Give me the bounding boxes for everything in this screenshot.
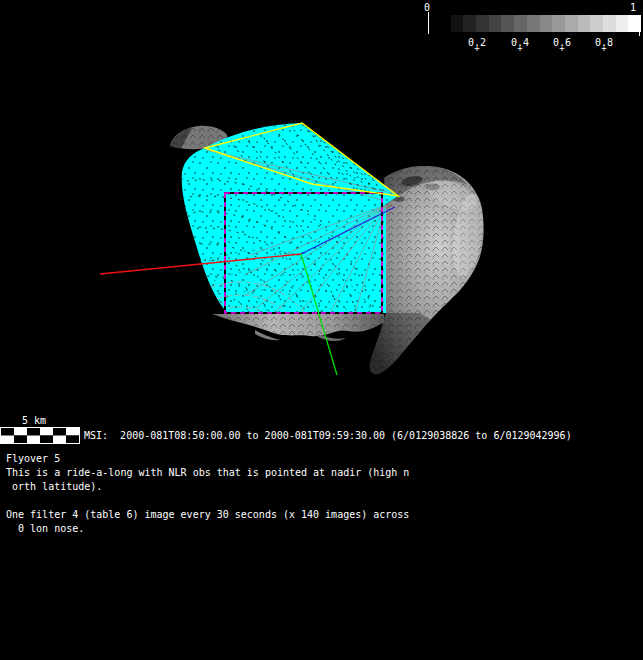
colorbar-step: [628, 15, 641, 32]
scalebar-checker-cell: [53, 428, 66, 436]
application-window: 0 1 0.2 0.4 0.6 0.8 + + + + 5 km MSI: 20…: [0, 0, 643, 660]
colorbar-step: [552, 15, 565, 32]
colorbar-step: [463, 15, 476, 32]
scalebar-checker-cell: [40, 436, 53, 444]
colorbar-step: [438, 15, 451, 32]
scalebar-label: 5 km: [0, 414, 68, 427]
scalebar-checker-cell: [66, 436, 79, 444]
colorbar-step: [489, 15, 502, 32]
colorbar-step: [616, 15, 629, 32]
scalebar-checker-cell: [1, 428, 14, 436]
colorbar-tick-mark: +: [515, 42, 525, 55]
colorbar-step: [476, 15, 489, 32]
colorbar-step: [603, 15, 616, 32]
msi-time-range-caption: MSI: 2000-081T08:50:00.00 to 2000-081T09…: [84, 429, 572, 442]
scalebar-checker: [1, 428, 79, 443]
scalebar-checker-cell: [14, 428, 27, 436]
colorbar-zero-tick: [428, 12, 429, 34]
asteroid-bottom-surface: [212, 314, 384, 341]
colorbar-step: [590, 15, 603, 32]
scalebar-checker-cell: [27, 436, 40, 444]
scalebar-checker-cell: [40, 428, 53, 436]
colorbar-max-label: 1: [630, 1, 636, 14]
colorbar-tick-mark: +: [472, 42, 482, 55]
colorbar-gradient: [438, 15, 641, 32]
description-text: Flyover 5 This is a ride-a-long with NLR…: [6, 452, 409, 536]
3d-view: [0, 0, 643, 660]
colorbar-step: [451, 15, 464, 32]
colorbar-step: [514, 15, 527, 32]
colorbar-step: [501, 15, 514, 32]
colorbar-tick-mark: +: [599, 42, 609, 55]
scalebar-checker-cell: [14, 436, 27, 444]
scalebar-checker-cell: [1, 436, 14, 444]
colorbar-step: [527, 15, 540, 32]
colorbar-step: [565, 15, 578, 32]
colorbar-step: [578, 15, 591, 32]
colorbar-step: [540, 15, 553, 32]
scalebar-checker-cell: [66, 428, 79, 436]
scalebar-checker-cell: [53, 436, 66, 444]
colorbar-tick-mark: +: [557, 42, 567, 55]
scalebar-checker-cell: [27, 428, 40, 436]
